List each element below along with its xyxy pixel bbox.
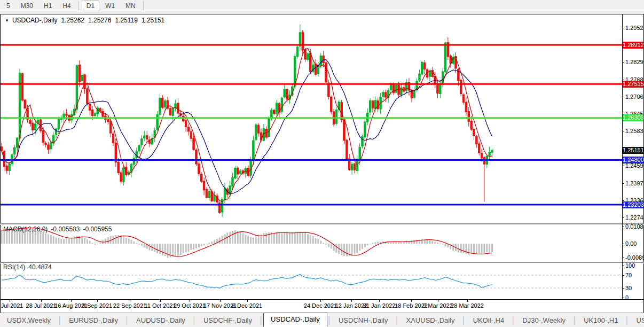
price-axis-label: 1.23975 bbox=[625, 180, 643, 186]
date-tick bbox=[247, 300, 248, 302]
chart-tab-xauusd[interactable]: XAUUSD-,Daily bbox=[399, 315, 462, 326]
price-chart-canvas[interactable] bbox=[1, 14, 622, 223]
timeframe-button-d1[interactable]: D1 bbox=[82, 1, 99, 11]
timeframe-button-h1[interactable]: H1 bbox=[39, 1, 57, 11]
indicator-axis-label: 0.010869 bbox=[625, 223, 644, 230]
date-tick bbox=[10, 300, 10, 302]
chart-tab-ukoil[interactable]: UKOil-,H4 bbox=[466, 315, 512, 326]
chart-tab-usdx[interactable]: USDX,Weekly bbox=[0, 315, 58, 326]
axis-tick bbox=[622, 200, 624, 201]
chart-tab-dj30[interactable]: DJ30-,Weekly bbox=[515, 315, 572, 326]
date-tick bbox=[411, 300, 412, 302]
price-axis-label: 1.29525 bbox=[625, 25, 643, 31]
axis-tick bbox=[622, 244, 624, 244]
mt4-application: 5M30H1H4D1W1MN ▼USDCAD-,Daily1.252621.25… bbox=[0, 0, 644, 327]
tab-separator: │ bbox=[259, 316, 263, 324]
date-tick bbox=[190, 300, 190, 302]
date-label: 3 Sep 2021 bbox=[82, 302, 112, 309]
date-tick bbox=[41, 300, 42, 302]
rsi-label: RSI(14)40.4874 bbox=[3, 263, 55, 271]
price-axis-label: 1.28295 bbox=[625, 59, 643, 65]
timeframe-toolbar: 5M30H1H4D1W1MN bbox=[0, 0, 644, 12]
date-label: 31 Jan 2022 bbox=[363, 302, 396, 309]
indicator-axis-label: 70 bbox=[625, 272, 644, 278]
chart-tab-usdcad[interactable]: USDCAD-,Daily bbox=[263, 313, 327, 327]
date-axis-line bbox=[0, 299, 644, 300]
date-tick bbox=[130, 300, 130, 302]
axis-tick bbox=[622, 97, 624, 97]
date-label: 28 Mar 2022 bbox=[451, 302, 484, 309]
tab-separator: │ bbox=[572, 316, 577, 324]
axis-tick bbox=[622, 62, 624, 63]
axis-tick bbox=[622, 131, 624, 131]
macd-main-value: -0.005503 bbox=[51, 225, 80, 233]
tab-separator: │ bbox=[125, 316, 129, 324]
chart-tab-usdchf[interactable]: USDCHF-,Daily bbox=[197, 315, 259, 326]
indicator-axis-label: 100 bbox=[625, 262, 644, 269]
price-tag-1.27515: 1.27515 bbox=[623, 81, 643, 88]
axis-tick bbox=[622, 227, 624, 227]
date-tick bbox=[160, 300, 161, 302]
axis-tick bbox=[622, 266, 624, 266]
tab-separator: │ bbox=[192, 316, 197, 324]
date-tick bbox=[351, 300, 352, 302]
price-axis-label: 1.27065 bbox=[625, 94, 643, 100]
date-label: 9 Jul 2021 bbox=[0, 302, 23, 309]
date-label: 24 Dec 2021 bbox=[304, 302, 337, 309]
date-label: 22 Sep 2021 bbox=[113, 302, 146, 309]
date-tick bbox=[379, 300, 380, 302]
chart-tab-bar: USDX,Weekly│EURUSD-,Daily│AUDUSD-,Daily│… bbox=[0, 313, 644, 327]
date-tick bbox=[71, 300, 72, 302]
price-tag-1.25151: 1.25151 bbox=[623, 147, 643, 154]
date-tick bbox=[438, 300, 438, 302]
date-label: 29 Oct 2021 bbox=[174, 302, 206, 309]
chart-tab-audusd[interactable]: AUDUSD-,Daily bbox=[129, 315, 192, 326]
date-tick bbox=[320, 300, 321, 302]
price-tag-1.28912: 1.28912 bbox=[623, 42, 643, 49]
price-tag-1.26303: 1.26303 bbox=[623, 114, 643, 121]
rsi-indicator-canvas[interactable] bbox=[1, 262, 622, 299]
timeframe-button-mn[interactable]: MN bbox=[121, 1, 140, 11]
tab-separator: │ bbox=[462, 316, 466, 324]
rsi-value: 40.4874 bbox=[28, 263, 51, 271]
axis-tick bbox=[622, 298, 624, 298]
chart-tab-uk100[interactable]: UK100-,H1 bbox=[577, 315, 625, 326]
chart-tab-eurusd[interactable]: EURUSD-,Daily bbox=[62, 315, 125, 326]
price-tag-1.23203: 1.23203 bbox=[623, 201, 643, 208]
chart-tab-usdcnh[interactable]: USDCNH-,Daily bbox=[332, 315, 395, 326]
macd-label: MACD(12,26,9)-0.005503-0.005955 bbox=[3, 225, 115, 233]
toolbar-separator bbox=[78, 2, 79, 10]
date-tick bbox=[220, 300, 221, 302]
rsi-line bbox=[2, 274, 492, 288]
axis-tick bbox=[622, 28, 624, 28]
axis-tick bbox=[622, 166, 624, 166]
date-tick bbox=[467, 300, 468, 302]
indicator-axis-label: 30 bbox=[625, 285, 644, 291]
date-label: 6 Dec 2021 bbox=[232, 302, 262, 309]
timeframe-button-m30[interactable]: M30 bbox=[16, 1, 38, 11]
date-tick bbox=[97, 300, 98, 302]
date-label: 28 Jul 2021 bbox=[26, 302, 57, 309]
price-axis-label: 1.25835 bbox=[625, 128, 643, 134]
axis-tick bbox=[622, 275, 624, 276]
tab-separator: │ bbox=[58, 316, 62, 324]
date-label: 9 Mar 2022 bbox=[423, 302, 453, 309]
tab-separator: │ bbox=[327, 316, 332, 324]
date-label: 17 Nov 2021 bbox=[203, 302, 237, 309]
timeframe-button-h4[interactable]: H4 bbox=[58, 1, 75, 11]
chart-tab-usoil[interactable]: USOil-,H1 bbox=[630, 315, 644, 326]
price-axis-label: 1.22745 bbox=[625, 214, 643, 221]
macd-signal-value: -0.005955 bbox=[83, 225, 112, 233]
candlesticks-layer bbox=[1, 25, 493, 217]
tab-separator: │ bbox=[511, 316, 515, 324]
indicator-axis-label: -0.008974 bbox=[625, 254, 644, 261]
price-tag-1.24800: 1.24800 bbox=[623, 157, 643, 164]
axis-tick bbox=[622, 217, 624, 218]
rsi-name: RSI(14) bbox=[3, 263, 25, 271]
axis-tick bbox=[622, 80, 624, 80]
timeframe-button-5[interactable]: 5 bbox=[2, 1, 15, 11]
axis-tick bbox=[622, 258, 624, 258]
toolbar-separator bbox=[143, 2, 144, 10]
timeframe-button-w1[interactable]: W1 bbox=[100, 1, 120, 11]
tab-separator: │ bbox=[395, 316, 399, 324]
